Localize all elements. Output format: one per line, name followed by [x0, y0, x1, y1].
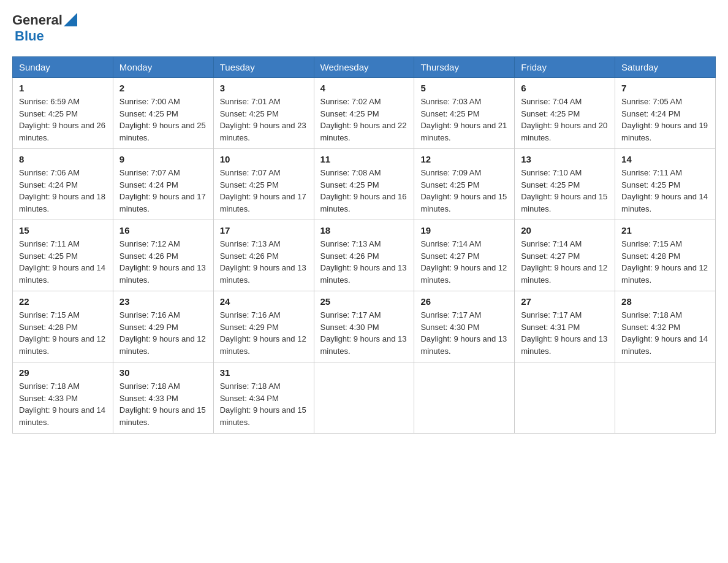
day-of-week-header: Saturday	[615, 57, 716, 78]
day-number: 14	[621, 154, 709, 164]
calendar-cell: 5Sunrise: 7:03 AMSunset: 4:25 PMDaylight…	[414, 78, 515, 149]
logo-blue-text: Blue	[15, 28, 44, 44]
calendar-cell: 9Sunrise: 7:07 AMSunset: 4:24 PMDaylight…	[113, 149, 213, 220]
page-header: General Blue	[12, 12, 716, 44]
day-number: 15	[19, 225, 107, 236]
day-info: Sunrise: 7:18 AMSunset: 4:33 PMDaylight:…	[19, 380, 107, 428]
day-number: 9	[119, 154, 207, 164]
day-info: Sunrise: 7:08 AMSunset: 4:25 PMDaylight:…	[320, 167, 408, 215]
day-number: 30	[119, 367, 207, 378]
day-info: Sunrise: 7:18 AMSunset: 4:32 PMDaylight:…	[621, 309, 709, 357]
day-info: Sunrise: 7:13 AMSunset: 4:26 PMDaylight:…	[320, 238, 408, 286]
calendar-cell: 14Sunrise: 7:11 AMSunset: 4:25 PMDayligh…	[615, 149, 716, 220]
day-info: Sunrise: 7:17 AMSunset: 4:30 PMDaylight:…	[420, 309, 508, 357]
day-number: 18	[320, 225, 408, 236]
day-info: Sunrise: 7:15 AMSunset: 4:28 PMDaylight:…	[19, 309, 107, 357]
day-number: 25	[320, 296, 408, 307]
day-number: 2	[119, 83, 207, 93]
calendar-cell: 6Sunrise: 7:04 AMSunset: 4:25 PMDaylight…	[515, 78, 615, 149]
day-info: Sunrise: 7:11 AMSunset: 4:25 PMDaylight:…	[19, 238, 107, 286]
calendar-cell: 28Sunrise: 7:18 AMSunset: 4:32 PMDayligh…	[615, 291, 716, 362]
calendar-week-row: 8Sunrise: 7:06 AMSunset: 4:24 PMDaylight…	[13, 149, 716, 220]
calendar-cell	[515, 362, 615, 434]
day-number: 21	[621, 225, 709, 236]
day-info: Sunrise: 7:02 AMSunset: 4:25 PMDaylight:…	[320, 96, 408, 144]
day-number: 1	[19, 83, 107, 93]
calendar-cell: 21Sunrise: 7:15 AMSunset: 4:28 PMDayligh…	[615, 220, 716, 291]
day-info: Sunrise: 7:06 AMSunset: 4:24 PMDaylight:…	[19, 167, 107, 215]
calendar-cell: 19Sunrise: 7:14 AMSunset: 4:27 PMDayligh…	[414, 220, 515, 291]
day-info: Sunrise: 7:05 AMSunset: 4:24 PMDaylight:…	[621, 96, 709, 144]
calendar-table: SundayMondayTuesdayWednesdayThursdayFrid…	[12, 56, 716, 434]
calendar-cell	[414, 362, 515, 434]
calendar-cell: 3Sunrise: 7:01 AMSunset: 4:25 PMDaylight…	[213, 78, 314, 149]
day-number: 31	[220, 367, 308, 378]
calendar-cell: 7Sunrise: 7:05 AMSunset: 4:24 PMDaylight…	[615, 78, 716, 149]
day-info: Sunrise: 7:16 AMSunset: 4:29 PMDaylight:…	[119, 309, 207, 357]
day-number: 7	[621, 83, 709, 93]
logo-general-text: General	[12, 12, 63, 28]
calendar-cell: 12Sunrise: 7:09 AMSunset: 4:25 PMDayligh…	[414, 149, 515, 220]
day-number: 5	[420, 83, 508, 93]
day-number: 26	[420, 296, 508, 307]
day-info: Sunrise: 7:03 AMSunset: 4:25 PMDaylight:…	[420, 96, 508, 144]
day-number: 23	[119, 296, 207, 307]
logo: General Blue	[12, 12, 77, 44]
logo-triangle-icon	[64, 13, 77, 26]
day-of-week-header: Thursday	[414, 57, 515, 78]
calendar-cell: 26Sunrise: 7:17 AMSunset: 4:30 PMDayligh…	[414, 291, 515, 362]
day-info: Sunrise: 7:14 AMSunset: 4:27 PMDaylight:…	[420, 238, 508, 286]
day-number: 13	[521, 154, 609, 164]
calendar-cell: 2Sunrise: 7:00 AMSunset: 4:25 PMDaylight…	[113, 78, 213, 149]
calendar-cell: 16Sunrise: 7:12 AMSunset: 4:26 PMDayligh…	[113, 220, 213, 291]
calendar-cell: 31Sunrise: 7:18 AMSunset: 4:34 PMDayligh…	[213, 362, 314, 434]
calendar-cell: 8Sunrise: 7:06 AMSunset: 4:24 PMDaylight…	[13, 149, 113, 220]
day-info: Sunrise: 7:17 AMSunset: 4:31 PMDaylight:…	[521, 309, 609, 357]
calendar-week-row: 15Sunrise: 7:11 AMSunset: 4:25 PMDayligh…	[13, 220, 716, 291]
day-of-week-header: Friday	[515, 57, 615, 78]
calendar-cell: 18Sunrise: 7:13 AMSunset: 4:26 PMDayligh…	[314, 220, 414, 291]
day-number: 22	[19, 296, 107, 307]
day-number: 12	[420, 154, 508, 164]
day-of-week-header: Monday	[113, 57, 213, 78]
day-info: Sunrise: 7:11 AMSunset: 4:25 PMDaylight:…	[621, 167, 709, 215]
day-number: 19	[420, 225, 508, 236]
calendar-cell: 17Sunrise: 7:13 AMSunset: 4:26 PMDayligh…	[213, 220, 314, 291]
day-number: 24	[220, 296, 308, 307]
calendar-cell	[615, 362, 716, 434]
day-info: Sunrise: 7:01 AMSunset: 4:25 PMDaylight:…	[220, 96, 308, 144]
calendar-cell: 20Sunrise: 7:14 AMSunset: 4:27 PMDayligh…	[515, 220, 615, 291]
day-number: 11	[320, 154, 408, 164]
day-info: Sunrise: 7:15 AMSunset: 4:28 PMDaylight:…	[621, 238, 709, 286]
day-number: 10	[220, 154, 308, 164]
calendar-cell: 15Sunrise: 7:11 AMSunset: 4:25 PMDayligh…	[13, 220, 113, 291]
calendar-cell: 23Sunrise: 7:16 AMSunset: 4:29 PMDayligh…	[113, 291, 213, 362]
day-of-week-header: Tuesday	[213, 57, 314, 78]
day-number: 20	[521, 225, 609, 236]
day-number: 6	[521, 83, 609, 93]
day-info: Sunrise: 7:12 AMSunset: 4:26 PMDaylight:…	[119, 238, 207, 286]
svg-marker-0	[64, 13, 77, 26]
day-info: Sunrise: 7:09 AMSunset: 4:25 PMDaylight:…	[420, 167, 508, 215]
day-number: 16	[119, 225, 207, 236]
calendar-cell: 22Sunrise: 7:15 AMSunset: 4:28 PMDayligh…	[13, 291, 113, 362]
day-info: Sunrise: 7:18 AMSunset: 4:34 PMDaylight:…	[220, 380, 308, 428]
day-number: 29	[19, 367, 107, 378]
day-number: 4	[320, 83, 408, 93]
calendar-cell: 13Sunrise: 7:10 AMSunset: 4:25 PMDayligh…	[515, 149, 615, 220]
calendar-cell: 10Sunrise: 7:07 AMSunset: 4:25 PMDayligh…	[213, 149, 314, 220]
day-info: Sunrise: 7:13 AMSunset: 4:26 PMDaylight:…	[220, 238, 308, 286]
day-info: Sunrise: 7:16 AMSunset: 4:29 PMDaylight:…	[220, 309, 308, 357]
calendar-cell: 11Sunrise: 7:08 AMSunset: 4:25 PMDayligh…	[314, 149, 414, 220]
calendar-header-row: SundayMondayTuesdayWednesdayThursdayFrid…	[13, 57, 716, 78]
day-info: Sunrise: 7:14 AMSunset: 4:27 PMDaylight:…	[521, 238, 609, 286]
day-number: 28	[621, 296, 709, 307]
day-number: 3	[220, 83, 308, 93]
day-info: Sunrise: 7:10 AMSunset: 4:25 PMDaylight:…	[521, 167, 609, 215]
day-info: Sunrise: 7:18 AMSunset: 4:33 PMDaylight:…	[119, 380, 207, 428]
calendar-cell: 25Sunrise: 7:17 AMSunset: 4:30 PMDayligh…	[314, 291, 414, 362]
day-info: Sunrise: 7:00 AMSunset: 4:25 PMDaylight:…	[119, 96, 207, 144]
calendar-cell: 24Sunrise: 7:16 AMSunset: 4:29 PMDayligh…	[213, 291, 314, 362]
calendar-week-row: 1Sunrise: 6:59 AMSunset: 4:25 PMDaylight…	[13, 78, 716, 149]
day-info: Sunrise: 7:04 AMSunset: 4:25 PMDaylight:…	[521, 96, 609, 144]
